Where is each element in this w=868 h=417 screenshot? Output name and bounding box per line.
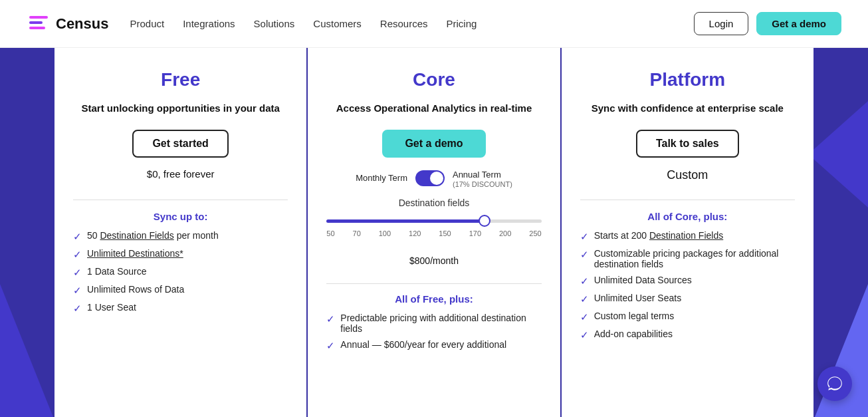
free-plan-cta: Get started — [73, 130, 288, 158]
platform-price: Custom — [580, 168, 795, 182]
check-icon-plat-3: ✓ — [580, 275, 589, 287]
talk-to-sales-button[interactable]: Talk to sales — [636, 130, 739, 158]
nav-solutions[interactable]: Solutions — [254, 18, 295, 29]
check-icon-4: ✓ — [73, 285, 82, 297]
free-feature-2: ✓ Unlimited Destinations* — [73, 248, 288, 261]
census-logo-icon — [27, 12, 51, 36]
slider-label: Destination fields — [326, 198, 541, 208]
core-features-list: ✓ Predictable pricing with additional de… — [326, 313, 541, 352]
nav-integrations[interactable]: Integrations — [183, 18, 235, 29]
unlimited-dest-link[interactable]: Unlimited Destinations* — [87, 248, 183, 259]
core-divider — [326, 283, 541, 284]
core-plan-title: Core — [326, 69, 541, 90]
check-icon-plat-1: ✓ — [580, 231, 589, 243]
toggle-knob — [430, 172, 443, 185]
destination-fields-slider[interactable] — [326, 219, 541, 223]
get-demo-button-core[interactable]: Get a demo — [382, 130, 485, 158]
nav-actions: Login Get a demo — [694, 12, 841, 35]
billing-toggle-row: Monthly Term Annual Term (17% DISCOUNT) — [326, 168, 541, 188]
login-button[interactable]: Login — [694, 12, 749, 35]
platform-plan-title: Platform — [580, 69, 795, 90]
check-icon-core-2: ✓ — [326, 340, 335, 352]
free-divider — [73, 200, 288, 200]
check-icon-plat-5: ✓ — [580, 311, 589, 323]
svg-rect-0 — [29, 16, 48, 19]
nav-pricing[interactable]: Pricing — [447, 18, 477, 29]
logo[interactable]: Census — [27, 12, 108, 36]
free-plan-desc: Start unlocking opportunities in your da… — [73, 101, 288, 116]
slider-track — [326, 213, 541, 225]
check-icon-plat-6: ✓ — [580, 329, 589, 341]
free-plan-card: Free Start unlocking opportunities in yo… — [54, 48, 306, 417]
dest-fields-link-1[interactable]: Destination Fields — [100, 230, 173, 241]
get-started-button[interactable]: Get started — [132, 130, 228, 158]
core-plan-card: Core Access Operational Analytics in rea… — [308, 48, 560, 417]
monthly-term-label: Monthly Term — [356, 173, 407, 183]
platform-feature-3: ✓ Unlimited Data Sources — [580, 275, 795, 287]
billing-toggle[interactable] — [415, 170, 445, 186]
platform-plan-desc: Sync with confidence at enterprise scale — [580, 101, 795, 116]
svg-rect-1 — [29, 21, 43, 24]
annual-term-label: Annual Term — [453, 170, 501, 180]
free-plan-price: $0, free forever — [73, 168, 288, 180]
check-icon-2: ✓ — [73, 249, 82, 261]
core-feature-1: ✓ Predictable pricing with additional de… — [326, 313, 541, 334]
platform-divider — [580, 200, 795, 200]
core-features-title: All of Free, plus: — [326, 293, 541, 305]
free-features-title: Sync up to: — [73, 211, 288, 222]
discount-badge: (17% DISCOUNT) — [453, 180, 512, 188]
free-feature-4: ✓ Unlimited Rows of Data — [73, 284, 288, 297]
check-icon-1: ✓ — [73, 231, 82, 243]
free-plan-title: Free — [73, 69, 288, 90]
check-icon-5: ✓ — [73, 303, 82, 315]
nav-links: Product Integrations Solutions Customers… — [130, 18, 693, 30]
chat-button[interactable] — [817, 366, 852, 401]
platform-plan-card: Platform Sync with confidence at enterpr… — [562, 48, 814, 417]
check-icon-core-1: ✓ — [326, 313, 335, 325]
core-feature-2: ✓ Annual — $600/year for every additiona… — [326, 339, 541, 352]
check-icon-plat-4: ✓ — [580, 293, 589, 305]
core-price-display: $800/month — [326, 248, 541, 269]
platform-plan-cta: Talk to sales — [580, 130, 795, 158]
free-feature-5: ✓ 1 User Seat — [73, 302, 288, 315]
nav-customers[interactable]: Customers — [313, 18, 362, 29]
logo-text: Census — [56, 15, 108, 33]
platform-features-list: ✓ Starts at 200 Destination Fields ✓ Cus… — [580, 230, 795, 341]
free-feature-3: ✓ 1 Data Source — [73, 266, 288, 279]
get-demo-button-nav[interactable]: Get a demo — [756, 12, 841, 35]
nav-resources[interactable]: Resources — [380, 18, 428, 29]
platform-feature-2: ✓ Customizable pricing packages for addi… — [580, 248, 795, 269]
free-features-list: ✓ 50 Destination Fields per month ✓ Unli… — [73, 230, 288, 315]
chat-icon — [826, 375, 843, 392]
nav-product[interactable]: Product — [130, 18, 164, 29]
core-plan-desc: Access Operational Analytics in real-tim… — [326, 101, 541, 116]
core-plan-cta: Get a demo — [326, 130, 541, 158]
check-icon-plat-2: ✓ — [580, 249, 589, 261]
svg-rect-2 — [29, 27, 45, 29]
platform-feature-1: ✓ Starts at 200 Destination Fields — [580, 230, 795, 243]
platform-features-title: All of Core, plus: — [580, 211, 795, 222]
check-icon-3: ✓ — [73, 267, 82, 279]
navbar: Census Product Integrations Solutions Cu… — [0, 0, 868, 48]
dest-fields-link-plat[interactable]: Destination Fields — [649, 230, 723, 241]
free-feature-1: ✓ 50 Destination Fields per month — [73, 230, 288, 243]
destination-fields-slider-section: Destination fields 50 70 100 120 150 170… — [326, 198, 541, 237]
platform-feature-6: ✓ Add-on capabilities — [580, 329, 795, 341]
platform-feature-5: ✓ Custom legal terms — [580, 311, 795, 323]
platform-feature-4: ✓ Unlimited User Seats — [580, 293, 795, 305]
pricing-section: Free Start unlocking opportunities in yo… — [0, 48, 868, 417]
slider-ticks: 50 70 100 120 150 170 200 250 — [326, 229, 541, 237]
plans-container: Free Start unlocking opportunities in yo… — [0, 48, 868, 417]
